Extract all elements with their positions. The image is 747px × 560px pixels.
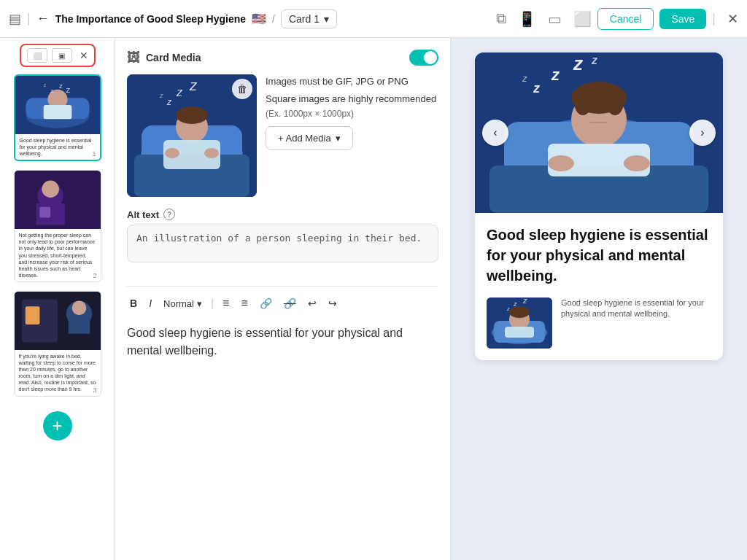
view-toggle-single[interactable]: ⬜ bbox=[27, 48, 47, 63]
style-label: Normal bbox=[163, 298, 194, 309]
tool-layers-icon[interactable]: ⧉ bbox=[496, 10, 506, 27]
delete-media-button[interactable]: 🗑 bbox=[232, 79, 252, 99]
body-text-editor[interactable]: Good sleep hygiene is essential for your… bbox=[127, 319, 438, 377]
toolbar-sep-1: | bbox=[211, 297, 214, 310]
svg-point-28 bbox=[204, 148, 219, 158]
unlink-button[interactable]: 🔗 bbox=[281, 296, 299, 311]
tool-phone-icon[interactable]: 📱 bbox=[518, 10, 536, 28]
main: ⬜ ▣ ✕ z z z z Good sleep hygiene is ess bbox=[0, 38, 747, 560]
card-3-text: If you're lying awake in bed, waiting fo… bbox=[15, 350, 101, 396]
undo-button[interactable]: ↩ bbox=[305, 296, 320, 311]
preview-card: z z z z z ‹ › Good sleep hygiene is esse… bbox=[475, 52, 723, 360]
unordered-list-button[interactable]: ≡ bbox=[238, 295, 250, 311]
media-hint-3: (Ex. 1000px × 1000px) bbox=[266, 109, 438, 119]
svg-text:z: z bbox=[58, 82, 62, 90]
tool-tablet-icon[interactable]: ▭ bbox=[548, 10, 562, 28]
sidebar: ⬜ ▣ ✕ z z z z Good sleep hygiene is ess bbox=[0, 38, 115, 560]
media-toggle[interactable] bbox=[409, 50, 438, 66]
add-media-button[interactable]: + Add Media ▾ bbox=[266, 126, 353, 150]
media-section-label: Card Media bbox=[146, 52, 201, 63]
card-2-number: 2 bbox=[93, 272, 96, 279]
svg-point-45 bbox=[606, 89, 624, 115]
add-media-label: + Add Media bbox=[278, 133, 331, 144]
svg-text:z: z bbox=[66, 85, 70, 94]
add-media-arrow: ▾ bbox=[336, 133, 341, 144]
header: ▤ | ← The Importance of Good Sleep Hygie… bbox=[0, 0, 747, 38]
back-button[interactable]: ← bbox=[36, 11, 50, 26]
svg-text:z: z bbox=[522, 298, 527, 305]
style-dropdown[interactable]: Normal ▾ bbox=[160, 297, 205, 311]
add-card-button[interactable]: + bbox=[43, 411, 72, 440]
toggle-sidebar-icon[interactable]: ▤ bbox=[9, 11, 21, 27]
svg-text:z: z bbox=[189, 77, 198, 93]
alt-text-label-text: Alt text bbox=[127, 209, 159, 220]
card-selector-arrow: ▾ bbox=[324, 13, 329, 25]
italic-button[interactable]: I bbox=[146, 296, 155, 311]
save-button[interactable]: Save bbox=[659, 9, 706, 29]
card-1-text: Good sleep hygiene is essential for your… bbox=[15, 134, 100, 160]
svg-rect-19 bbox=[68, 319, 90, 334]
preview-thumbnail: z z z bbox=[487, 298, 552, 349]
svg-point-27 bbox=[165, 148, 179, 158]
document-title: The Importance of Good Sleep Hygiene bbox=[55, 13, 246, 25]
svg-text:z: z bbox=[551, 66, 560, 84]
alt-text-label: Alt text ? bbox=[127, 209, 438, 220]
redo-button[interactable]: ↪ bbox=[325, 296, 340, 311]
svg-text:z: z bbox=[533, 81, 541, 96]
svg-text:z: z bbox=[159, 92, 163, 99]
alt-text-input[interactable]: An illustration of a person sleeping in … bbox=[127, 225, 438, 262]
card-2-text: Not getting the proper sleep can not onl… bbox=[15, 229, 101, 281]
preview-panel: z z z z z ‹ › Good sleep hygiene is esse… bbox=[451, 38, 747, 560]
alt-text-help-icon[interactable]: ? bbox=[163, 209, 175, 220]
media-upload-area[interactable]: z z z z 🗑 bbox=[127, 74, 257, 197]
card-selector-label: Card 1 bbox=[289, 13, 320, 25]
preview-thumb-text: Good sleep hygiene is essential for your… bbox=[561, 298, 711, 320]
toggle-knob bbox=[424, 51, 437, 64]
card-thumb-1[interactable]: z z z z Good sleep hygiene is essential … bbox=[14, 74, 101, 161]
card-3-number: 3 bbox=[93, 386, 96, 394]
bold-button[interactable]: B bbox=[127, 296, 140, 311]
svg-rect-16 bbox=[25, 306, 39, 324]
preview-main-text: Good sleep hygiene is essential for your… bbox=[475, 213, 723, 298]
sidebar-close-icon[interactable]: ✕ bbox=[80, 50, 88, 61]
card-1-number: 1 bbox=[92, 150, 96, 158]
preview-nav-right[interactable]: › bbox=[689, 120, 716, 146]
text-toolbar: B I Normal ▾ | ≡ ≡ 🔗 🔗 ↩ ↪ bbox=[127, 295, 438, 311]
svg-text:z: z bbox=[506, 306, 510, 311]
tool-desktop-icon[interactable]: ⬜ bbox=[573, 10, 592, 28]
view-toggle-double[interactable]: ▣ bbox=[52, 48, 72, 63]
svg-text:z: z bbox=[166, 97, 172, 107]
card-thumb-image-2 bbox=[15, 171, 101, 229]
breadcrumb-sep: / bbox=[272, 13, 275, 25]
header-divider-2: | bbox=[712, 11, 716, 26]
svg-point-25 bbox=[176, 106, 208, 124]
media-section-header: 🖼 Card Media bbox=[127, 50, 438, 66]
card-thumb-3[interactable]: If you're lying awake in bed, waiting fo… bbox=[14, 291, 101, 397]
mid-panel: 🖼 Card Media bbox=[115, 38, 451, 560]
ordered-list-button[interactable]: ≡ bbox=[220, 295, 232, 311]
language-flag: 🇺🇸 bbox=[252, 12, 266, 26]
alt-text-section: Alt text ? An illustration of a person s… bbox=[127, 209, 438, 265]
svg-point-11 bbox=[42, 181, 59, 198]
close-button[interactable]: ✕ bbox=[727, 11, 738, 27]
card-thumb-image-3 bbox=[15, 292, 101, 350]
body-text-content: Good sleep hygiene is essential for your… bbox=[127, 327, 403, 357]
link-button[interactable]: 🔗 bbox=[257, 296, 275, 311]
card-selector[interactable]: Card 1 ▾ bbox=[281, 9, 337, 28]
svg-point-18 bbox=[71, 300, 86, 315]
svg-rect-13 bbox=[39, 207, 50, 218]
media-title: 🖼 Card Media bbox=[127, 50, 201, 66]
svg-text:z: z bbox=[591, 54, 598, 66]
style-arrow: ▾ bbox=[197, 298, 202, 309]
preview-nav-left[interactable]: ‹ bbox=[482, 120, 508, 146]
card-thumb-2[interactable]: Not getting the proper sleep can not onl… bbox=[14, 170, 101, 282]
svg-point-50 bbox=[624, 155, 650, 171]
header-divider-1: | bbox=[27, 11, 31, 26]
svg-point-60 bbox=[509, 306, 530, 318]
media-info: Images must be GIF, JPG or PNG Square im… bbox=[266, 74, 438, 197]
cancel-button[interactable]: Cancel bbox=[597, 8, 654, 30]
svg-point-44 bbox=[574, 89, 592, 115]
preview-image-area: z z z z z ‹ › bbox=[475, 52, 723, 213]
header-left: ▤ | ← The Importance of Good Sleep Hygie… bbox=[9, 9, 490, 28]
media-hint-2: Square images are highly recommended bbox=[266, 92, 438, 106]
